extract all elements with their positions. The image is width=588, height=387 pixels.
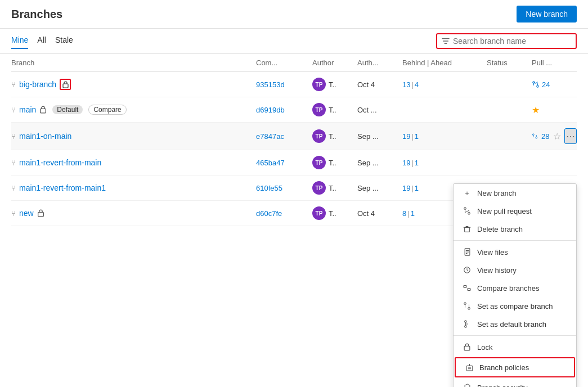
menu-item-set-compare-branch[interactable]: Set as compare branch (454, 297, 576, 315)
avatar: TP (312, 129, 326, 143)
menu-divider-2 (454, 335, 576, 336)
pull-link[interactable]: 28 (541, 132, 549, 141)
behindahead-cell: 19 | 1 (402, 132, 487, 141)
commit-link[interactable]: 465ba47 (256, 159, 285, 167)
menu-item-branch-security[interactable]: Branch security (454, 379, 576, 387)
authdate-cell: Sep ... (357, 184, 402, 192)
branch-icon: ⑂ (11, 209, 16, 218)
menu-label-branch-policies: Branch policies (479, 363, 529, 372)
header-commit: Com... (256, 58, 312, 67)
behindahead-cell: 13 | 4 (402, 80, 487, 89)
behind-link[interactable]: 19 (402, 159, 410, 167)
compare-badge[interactable]: Compare (88, 105, 126, 115)
ahead-link[interactable]: 1 (415, 132, 419, 141)
branch-icon: ⑂ (11, 184, 16, 192)
commit-cell: e7847ac (256, 132, 312, 141)
authdate-cell: Sep ... (357, 132, 402, 141)
avatar: TP (312, 78, 326, 91)
svg-rect-6 (38, 212, 43, 217)
branch-link-main[interactable]: main (19, 105, 36, 114)
svg-rect-3 (41, 109, 46, 113)
menu-item-set-default-branch[interactable]: Set as default branch (454, 315, 576, 333)
branch-link-main1-revert-from-main1[interactable]: main1-revert-from-main1 (19, 183, 106, 192)
author-cell: TP T.. (312, 206, 357, 220)
author-cell: TP T.. (312, 156, 357, 169)
page-title: Branches (11, 8, 62, 21)
divider: | (411, 184, 413, 192)
set-default-icon (463, 320, 472, 328)
commit-link[interactable]: 935153d (256, 80, 285, 89)
menu-divider (454, 240, 576, 241)
header-behindahead: Behind | Ahead (402, 58, 487, 67)
menu-item-delete-branch[interactable]: Delete branch (454, 220, 576, 238)
svg-point-5 (536, 137, 537, 138)
branch-icon: ⑂ (11, 80, 16, 89)
filter-icon (442, 37, 450, 45)
menu-item-branch-policies[interactable]: Branch policies (455, 357, 575, 377)
menu-item-new-pull-request[interactable]: New pull request (454, 202, 576, 220)
lock-icon (39, 106, 47, 114)
ahead-link[interactable]: 1 (411, 209, 415, 218)
divider: | (411, 159, 413, 167)
authdate-cell: Oct ... (357, 106, 402, 114)
behind-link[interactable]: 13 (402, 80, 410, 89)
author-name: T.. (329, 159, 336, 167)
pull-request-icon (532, 132, 538, 140)
menu-item-lock[interactable]: Lock (454, 338, 576, 356)
pull-link[interactable]: 24 (542, 80, 550, 89)
new-branch-button[interactable]: New branch (517, 6, 577, 22)
avatar: TP (312, 206, 326, 220)
ahead-link[interactable]: 1 (415, 159, 419, 167)
pull-cell: 24 (532, 80, 577, 89)
behind-link[interactable]: 8 (402, 209, 406, 218)
commit-link[interactable]: e7847ac (256, 132, 284, 141)
tab-stale[interactable]: Stale (55, 33, 73, 49)
header-status: Status (487, 58, 532, 67)
commit-link[interactable]: d60c7fe (256, 209, 282, 218)
menu-label-set-compare-branch: Set as compare branch (477, 302, 553, 310)
menu-item-view-files[interactable]: View files (454, 243, 576, 261)
commit-cell: 465ba47 (256, 158, 312, 167)
behind-link[interactable]: 19 (402, 132, 410, 141)
branch-link-new[interactable]: new (19, 209, 34, 218)
behind-link[interactable]: 19 (402, 184, 410, 192)
author-cell: TP T.. (312, 103, 357, 116)
tab-mine[interactable]: Mine (11, 33, 28, 49)
menu-label-set-default-branch: Set as default branch (477, 320, 546, 328)
search-input[interactable] (453, 37, 571, 46)
svg-point-7 (464, 208, 466, 210)
lock-icon-small (37, 209, 44, 217)
menu-item-compare-branches[interactable]: Compare branches (454, 279, 576, 297)
commit-link[interactable]: d6919db (256, 106, 285, 114)
author-name: T.. (329, 106, 336, 114)
menu-label-compare-branches: Compare branches (477, 284, 540, 292)
branch-icon: ⑂ (11, 132, 16, 141)
tabs-search-bar: Mine All Stale (0, 29, 588, 54)
branch-link-main1-revert-from-main[interactable]: main1-revert-from-main (19, 158, 101, 167)
policy-icon (465, 363, 474, 372)
more-options-button[interactable]: ⋯ (564, 128, 577, 144)
menu-item-view-history[interactable]: View history (454, 261, 576, 279)
ahead-link[interactable]: 1 (415, 184, 419, 192)
tab-all[interactable]: All (37, 33, 46, 49)
star-outline-icon[interactable]: ☆ (553, 131, 561, 142)
table-row: ⑂ main1-revert-from-main 465ba47 TP T.. … (11, 150, 577, 176)
plus-icon: + (463, 188, 472, 197)
commit-link[interactable]: 610fe55 (256, 184, 282, 192)
ahead-link[interactable]: 4 (415, 80, 419, 89)
branch-cell-main: ⑂ main Default Compare (11, 105, 256, 115)
avatar: TP (312, 156, 326, 169)
author-cell: TP T.. (312, 78, 357, 91)
branch-link-big-branch[interactable]: big-branch (19, 80, 56, 89)
svg-rect-12 (464, 286, 466, 288)
menu-item-new-branch[interactable]: + New branch (454, 184, 576, 202)
branch-link-main1-on-main[interactable]: main1-on-main (19, 132, 71, 141)
star-icon[interactable]: ★ (532, 105, 540, 115)
svg-rect-13 (468, 289, 470, 291)
behindahead-cell: 19 | 1 (402, 159, 487, 167)
menu-label-branch-security: Branch security (477, 384, 528, 388)
pull-cell: ★ (532, 105, 577, 115)
shield-icon (463, 383, 472, 387)
avatar: TP (312, 181, 326, 195)
table-row: ⑂ main1-on-main e7847ac TP T.. Sep ... 1… (11, 123, 577, 150)
